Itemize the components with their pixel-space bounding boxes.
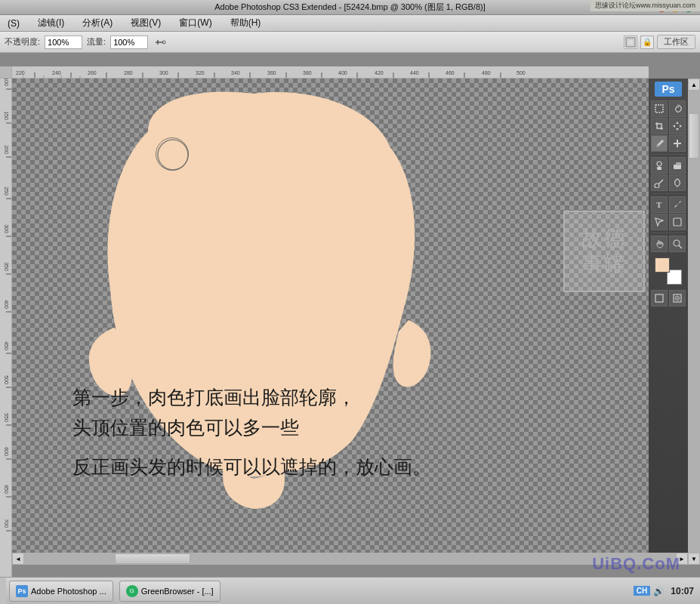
clone-stamp-tool[interactable] (651, 157, 668, 174)
scroll-track (688, 91, 700, 553)
airbrush-icon[interactable] (153, 35, 168, 50)
svg-text:480: 480 (482, 70, 491, 76)
svg-text:500: 500 (4, 375, 9, 384)
healing-tool[interactable] (669, 135, 686, 152)
face-illustration (12, 79, 526, 565)
scroll-left-arrow[interactable]: ◄ (12, 553, 24, 565)
tool-row-3 (651, 135, 686, 152)
svg-text:500: 500 (517, 70, 526, 76)
svg-rect-72 (676, 162, 681, 165)
svg-text:440: 440 (410, 70, 419, 76)
tool-row-2 (651, 118, 686, 134)
brush-tool[interactable] (651, 135, 668, 152)
opacity-input[interactable] (45, 35, 82, 49)
path-selection-tool[interactable] (651, 214, 668, 230)
site-header-logo: 思缘设计论坛www.missyuan.com (591, 0, 700, 11)
tool-row-4 (651, 157, 686, 174)
vertical-scrollbar[interactable]: ▲ ▼ (688, 79, 700, 565)
canvas-area[interactable]: 第一步，肉色打底画出脸部轮廓， 头顶位置的肉色可以多一些 反正画头发的时候可以以… (12, 79, 649, 565)
shape-tool[interactable] (669, 214, 686, 230)
browser-icon: G (126, 585, 138, 597)
ruler-vertical: 100 150 200 250 300 350 400 450 500 550 … (0, 66, 12, 577)
clock: 10:07 (671, 586, 694, 596)
uibq-watermark: UiBQ.CoM (587, 553, 685, 575)
scroll-down-arrow[interactable]: ▼ (688, 553, 700, 565)
svg-text:340: 340 (231, 70, 240, 76)
color-swatches[interactable] (655, 257, 682, 285)
blur-tool[interactable] (669, 174, 686, 191)
photoshop-taskbar-btn[interactable]: Ps Adobe Photoshop ... (9, 581, 113, 602)
scroll-h-thumb[interactable] (115, 553, 190, 564)
scroll-thumb[interactable] (689, 113, 699, 159)
svg-rect-4 (628, 39, 634, 45)
status-bar: Ps Adobe Photoshop ... G GreenBrowser - … (0, 577, 700, 604)
pen-tool[interactable] (669, 196, 686, 213)
svg-text:450: 450 (4, 341, 9, 350)
lock-icon[interactable]: 🔒 (640, 35, 654, 49)
zoom-tool[interactable] (669, 236, 686, 252)
svg-text:360: 360 (267, 70, 276, 76)
options-right-icons: 🔒 工作区 (624, 35, 695, 49)
crop-tool[interactable] (651, 118, 668, 134)
svg-text:700: 700 (4, 519, 9, 528)
svg-line-74 (658, 180, 663, 184)
svg-text:220: 220 (16, 70, 25, 76)
opacity-label: 不透明度: (5, 36, 40, 48)
options-bar: 不透明度: 流量: 🔒 工作区 (0, 32, 700, 53)
quick-mask-mode[interactable] (669, 290, 686, 307)
menu-item-window[interactable]: 窗口(W) (174, 15, 216, 31)
watermark-stamp: 故德 事罐 (563, 211, 645, 292)
text-line2: 头顶位置的肉色可以多一些 (72, 412, 431, 442)
svg-rect-79 (655, 294, 663, 302)
speaker-icon[interactable]: 🔊 (653, 586, 665, 596)
text-tool[interactable]: T (651, 196, 668, 213)
svg-point-66 (657, 145, 659, 147)
lasso-tool[interactable] (669, 100, 686, 117)
tool-row-6: T (651, 196, 686, 213)
menu-item-analysis[interactable]: 分析(A) (78, 15, 117, 31)
svg-text:150: 150 (4, 111, 9, 120)
text-line3: 反正画头发的时候可以以遮掉的，放心画。 (72, 451, 431, 482)
marquee-tool[interactable] (651, 100, 668, 117)
svg-text:600: 600 (4, 447, 9, 456)
text-line1: 第一步，肉色打底画出脸部轮廓， (72, 382, 431, 412)
scroll-h-track (24, 553, 676, 565)
svg-text:250: 250 (4, 186, 9, 196)
standard-mode[interactable] (651, 290, 668, 307)
menu-item-s[interactable]: (S) (3, 17, 24, 30)
svg-rect-70 (657, 167, 661, 170)
menu-item-filter[interactable]: 滤镜(I) (33, 15, 69, 31)
menu-item-help[interactable]: 帮助(H) (226, 15, 266, 31)
tool-row-5 (651, 174, 686, 191)
input-indicator[interactable]: CH (634, 586, 650, 596)
svg-text:320: 320 (196, 70, 205, 76)
svg-point-77 (674, 240, 680, 246)
svg-rect-65 (655, 105, 663, 112)
flow-label: 流量: (87, 36, 106, 48)
svg-point-69 (657, 162, 661, 166)
tool-separator-3 (652, 233, 685, 233)
eraser-tool[interactable] (669, 157, 686, 174)
svg-text:420: 420 (375, 70, 384, 76)
menu-item-view[interactable]: 视图(V) (126, 15, 165, 31)
foreground-color[interactable] (655, 257, 670, 273)
tool-separator-1 (652, 154, 685, 155)
flow-input[interactable] (110, 35, 148, 49)
ps-logo: Ps (655, 82, 682, 97)
system-tray: CH 🔊 10:07 (634, 586, 700, 596)
workspace-selector[interactable]: 工作区 (657, 35, 695, 49)
browser-taskbar-btn[interactable]: G GreenBrowser - [...] (119, 581, 220, 602)
move-tool[interactable] (669, 118, 686, 134)
dodge-tool[interactable] (651, 174, 668, 191)
tray-icons: CH 🔊 (634, 586, 665, 596)
brush-presets-icon[interactable] (624, 35, 637, 49)
tool-row-8 (651, 236, 686, 252)
svg-point-81 (675, 296, 680, 300)
hand-tool[interactable] (651, 236, 668, 252)
scroll-up-arrow[interactable]: ▲ (688, 79, 700, 91)
title-bar: Adobe Photoshop CS3 Extended - [52424.bm… (0, 0, 700, 15)
horizontal-scrollbar[interactable]: ◄ ► (12, 553, 688, 565)
svg-text:350: 350 (4, 262, 9, 271)
svg-line-78 (679, 245, 682, 248)
menu-bar: (S) 滤镜(I) 分析(A) 视图(V) 窗口(W) 帮助(H) (0, 15, 700, 32)
